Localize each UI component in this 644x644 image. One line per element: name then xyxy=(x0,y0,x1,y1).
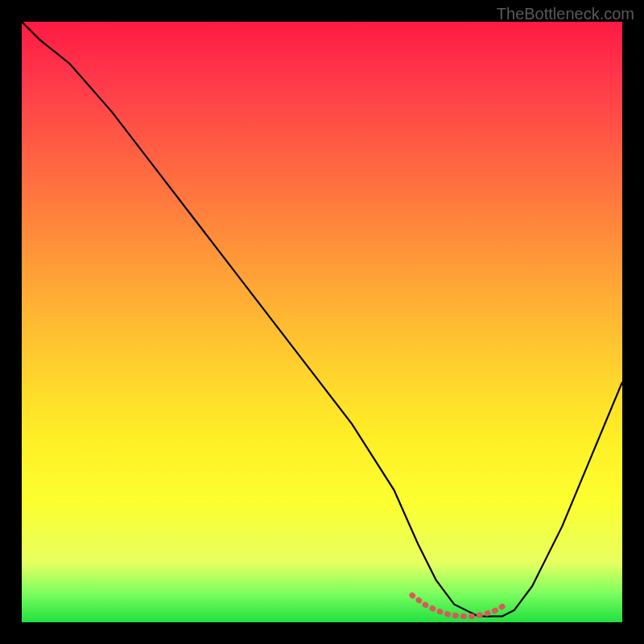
watermark-text: TheBottleneck.com xyxy=(497,5,634,23)
bottleneck-curve-path xyxy=(22,22,622,617)
chart-svg xyxy=(22,22,622,622)
optimal-zone-path xyxy=(412,595,508,616)
chart-plot-area xyxy=(22,22,622,622)
